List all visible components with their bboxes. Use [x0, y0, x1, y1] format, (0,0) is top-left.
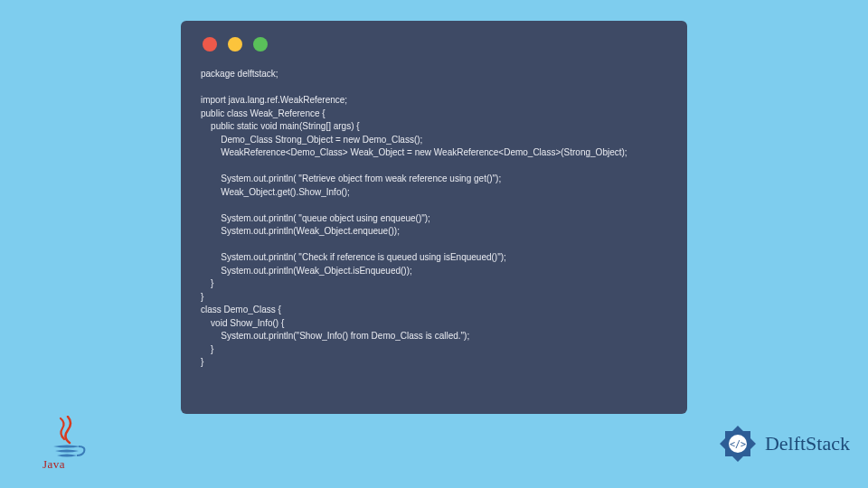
maximize-icon[interactable] [253, 37, 268, 52]
window-titlebar [201, 37, 667, 52]
minimize-icon[interactable] [228, 37, 242, 52]
delftstack-icon: </> [716, 422, 760, 465]
java-logo-text: Java [42, 457, 65, 472]
delftstack-logo: </> DelftStack [716, 422, 850, 465]
java-logo: Java [42, 416, 92, 472]
delftstack-logo-text: DelftStack [765, 432, 850, 455]
close-icon[interactable] [203, 37, 217, 52]
svg-text:</>: </> [730, 439, 746, 449]
code-content: package delftstack; import java.lang.ref… [201, 68, 667, 370]
code-window: package delftstack; import java.lang.ref… [181, 21, 687, 414]
